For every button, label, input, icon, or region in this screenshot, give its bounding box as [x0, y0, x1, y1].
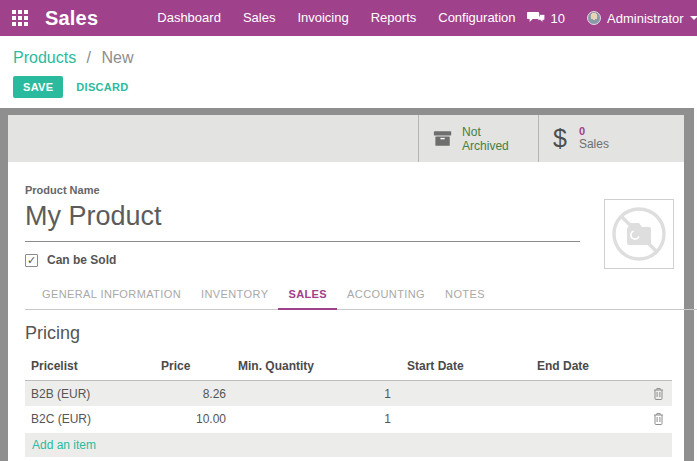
- breadcrumb-separator: /: [87, 49, 91, 66]
- can-be-sold-checkbox[interactable]: ✓: [25, 254, 38, 267]
- table-row[interactable]: B2C (EUR) 10.00 1: [25, 406, 672, 431]
- control-panel-buttons: SAVE DISCARD: [13, 76, 697, 98]
- menu-item-dashboard[interactable]: Dashboard: [146, 0, 232, 36]
- trash-icon: [653, 412, 664, 425]
- can-be-sold-label: Can be Sold: [47, 253, 116, 267]
- form-sheet: Not Archived $ 0 Sales: [8, 115, 684, 461]
- dollar-icon: $: [553, 126, 567, 151]
- pricing-table-header: Pricelist Price Min. Quantity Start Date…: [25, 356, 672, 381]
- camera-no-image-icon: [608, 203, 670, 265]
- save-button[interactable]: SAVE: [13, 76, 63, 98]
- top-menu: Dashboard Sales Invoicing Reports Config…: [146, 0, 526, 36]
- pricing-section-title: Pricing: [25, 323, 684, 344]
- tab-notes[interactable]: NOTES: [435, 282, 495, 310]
- column-header-price[interactable]: Price: [155, 356, 232, 380]
- pricing-table: Pricelist Price Min. Quantity Start Date…: [25, 356, 672, 457]
- sales-stat-button[interactable]: $ 0 Sales: [538, 115, 684, 162]
- menu-item-sales[interactable]: Sales: [232, 0, 287, 36]
- add-an-item-link[interactable]: Add an item: [25, 438, 96, 452]
- user-menu[interactable]: Administrator: [587, 11, 697, 26]
- not-archived-button[interactable]: Not Archived: [418, 115, 538, 162]
- tab-accounting[interactable]: ACCOUNTING: [337, 282, 435, 310]
- trash-icon: [653, 387, 664, 400]
- delete-row-button[interactable]: [653, 387, 664, 400]
- topbar: Sales Dashboard Sales Invoicing Reports …: [0, 0, 697, 36]
- messages-button[interactable]: 10: [527, 11, 565, 26]
- cell-price[interactable]: 10.00: [155, 412, 232, 426]
- cell-min-quantity[interactable]: 1: [232, 387, 397, 401]
- tab-sales[interactable]: SALES: [278, 282, 337, 310]
- avatar: [587, 11, 601, 25]
- control-panel: Products / New SAVE DISCARD: [0, 36, 697, 108]
- column-header-end-date[interactable]: End Date: [527, 356, 638, 380]
- cell-pricelist[interactable]: B2C (EUR): [25, 412, 155, 426]
- product-name-label: Product Name: [25, 184, 684, 196]
- breadcrumb-current: New: [102, 49, 134, 66]
- archive-box-icon: [433, 130, 452, 147]
- product-image-upload[interactable]: [604, 199, 674, 269]
- apps-menu-button[interactable]: [12, 10, 28, 26]
- add-item-row: Add an item: [25, 433, 672, 457]
- tab-inventory[interactable]: INVENTORY: [191, 282, 278, 310]
- statusbar: Not Archived $ 0 Sales: [8, 115, 684, 162]
- sales-label: Sales: [579, 138, 609, 152]
- not-archived-label: Not Archived: [462, 125, 524, 153]
- sales-stat-text: 0 Sales: [579, 125, 609, 151]
- column-header-pricelist[interactable]: Pricelist: [25, 356, 155, 380]
- column-header-actions: [638, 363, 672, 373]
- cell-min-quantity[interactable]: 1: [232, 412, 397, 426]
- chat-icon: [527, 11, 546, 25]
- discard-button[interactable]: DISCARD: [76, 81, 128, 93]
- sheet-body: Product Name ✓ Can be Sold GENERAL INFOR…: [8, 184, 684, 461]
- delete-row-button[interactable]: [653, 412, 664, 425]
- product-name-input[interactable]: [25, 198, 580, 242]
- apps-grid-icon: [12, 10, 28, 26]
- breadcrumb-products[interactable]: Products: [13, 49, 76, 66]
- notebook-tabs: GENERAL INFORMATION INVENTORY SALES ACCO…: [25, 282, 697, 310]
- form-region: Not Archived $ 0 Sales: [0, 108, 697, 461]
- table-row[interactable]: B2B (EUR) 8.26 1: [25, 381, 672, 406]
- topbar-right: 10 Administrator: [527, 11, 697, 26]
- can-be-sold-row: ✓ Can be Sold: [25, 253, 684, 267]
- cell-pricelist[interactable]: B2B (EUR): [25, 387, 155, 401]
- column-header-start-date[interactable]: Start Date: [397, 356, 527, 380]
- tab-general-information[interactable]: GENERAL INFORMATION: [32, 282, 191, 310]
- menu-item-configuration[interactable]: Configuration: [427, 0, 526, 36]
- app-title: Sales: [45, 7, 98, 30]
- cell-price[interactable]: 8.26: [155, 387, 232, 401]
- messages-count: 10: [551, 11, 565, 26]
- column-header-min-quantity[interactable]: Min. Quantity: [232, 356, 397, 380]
- chevron-down-icon: [690, 16, 697, 20]
- breadcrumb: Products / New: [13, 49, 697, 67]
- menu-item-reports[interactable]: Reports: [360, 0, 428, 36]
- menu-item-invoicing[interactable]: Invoicing: [286, 0, 359, 36]
- user-name: Administrator: [607, 11, 684, 26]
